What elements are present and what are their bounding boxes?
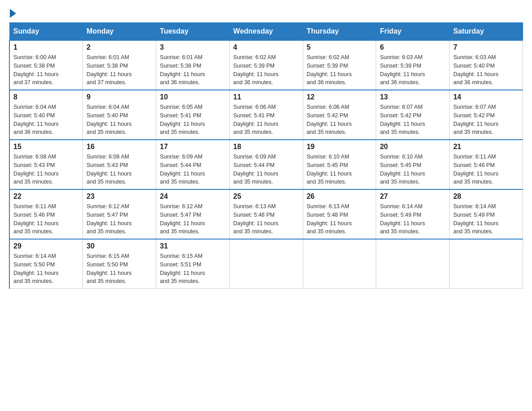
day-number: 29: [13, 242, 79, 250]
day-info: Sunrise: 6:05 AMSunset: 5:41 PMDaylight:…: [160, 104, 205, 135]
day-info: Sunrise: 6:15 AMSunset: 5:51 PMDaylight:…: [160, 253, 205, 284]
day-info: Sunrise: 6:11 AMSunset: 5:46 PMDaylight:…: [453, 154, 498, 185]
calendar-cell: 27 Sunrise: 6:14 AMSunset: 5:49 PMDaylig…: [376, 189, 450, 239]
day-info: Sunrise: 6:10 AMSunset: 5:45 PMDaylight:…: [307, 154, 352, 185]
day-header-saturday: Saturday: [450, 23, 523, 41]
day-info: Sunrise: 6:02 AMSunset: 5:39 PMDaylight:…: [233, 54, 279, 86]
day-info: Sunrise: 6:04 AMSunset: 5:40 PMDaylight:…: [13, 104, 59, 135]
day-number: 18: [233, 143, 299, 151]
calendar-cell: 14 Sunrise: 6:07 AMSunset: 5:42 PMDaylig…: [450, 90, 523, 140]
day-header-thursday: Thursday: [303, 23, 376, 41]
day-number: 17: [160, 143, 226, 151]
calendar-cell: 19 Sunrise: 6:10 AMSunset: 5:45 PMDaylig…: [303, 140, 376, 189]
day-number: 2: [86, 43, 152, 51]
day-info: Sunrise: 6:03 AMSunset: 5:40 PMDaylight:…: [453, 54, 498, 86]
day-number: 21: [453, 143, 519, 151]
day-info: Sunrise: 6:13 AMSunset: 5:48 PMDaylight:…: [233, 203, 279, 235]
day-info: Sunrise: 6:01 AMSunset: 5:38 PMDaylight:…: [160, 54, 205, 86]
day-number: 12: [307, 93, 373, 101]
calendar-cell: 29 Sunrise: 6:14 AMSunset: 5:50 PMDaylig…: [9, 239, 83, 289]
logo-triangle-icon: [10, 9, 16, 18]
calendar-cell: 9 Sunrise: 6:04 AMSunset: 5:40 PMDayligh…: [83, 90, 156, 140]
day-header-monday: Monday: [83, 23, 156, 41]
calendar-cell: 25 Sunrise: 6:13 AMSunset: 5:48 PMDaylig…: [229, 189, 303, 239]
calendar-cell: 18 Sunrise: 6:09 AMSunset: 5:44 PMDaylig…: [229, 140, 303, 189]
day-info: Sunrise: 6:02 AMSunset: 5:39 PMDaylight:…: [307, 54, 352, 86]
day-number: 1: [13, 43, 79, 51]
day-info: Sunrise: 6:15 AMSunset: 5:50 PMDaylight:…: [86, 253, 132, 284]
calendar-cell: 11 Sunrise: 6:06 AMSunset: 5:41 PMDaylig…: [229, 90, 303, 140]
calendar-cell: 7 Sunrise: 6:03 AMSunset: 5:40 PMDayligh…: [450, 40, 523, 90]
day-number: 11: [233, 93, 299, 101]
day-info: Sunrise: 6:06 AMSunset: 5:42 PMDaylight:…: [307, 104, 352, 135]
day-number: 22: [13, 193, 79, 201]
day-info: Sunrise: 6:14 AMSunset: 5:49 PMDaylight:…: [453, 203, 498, 235]
calendar-cell: 2 Sunrise: 6:01 AMSunset: 5:38 PMDayligh…: [83, 40, 156, 90]
day-number: 5: [307, 43, 373, 51]
day-info: Sunrise: 6:11 AMSunset: 5:46 PMDaylight:…: [13, 203, 59, 235]
day-number: 9: [86, 93, 152, 101]
day-info: Sunrise: 6:07 AMSunset: 5:42 PMDaylight:…: [380, 104, 425, 135]
week-row-3: 15 Sunrise: 6:08 AMSunset: 5:43 PMDaylig…: [9, 140, 523, 189]
day-number: 19: [307, 143, 373, 151]
calendar-cell: 17 Sunrise: 6:09 AMSunset: 5:44 PMDaylig…: [156, 140, 230, 189]
logo: [9, 9, 17, 18]
page-header: [9, 9, 523, 18]
week-row-1: 1 Sunrise: 6:00 AMSunset: 5:38 PMDayligh…: [9, 40, 523, 90]
day-number: 30: [86, 242, 152, 250]
day-info: Sunrise: 6:01 AMSunset: 5:38 PMDaylight:…: [86, 54, 132, 86]
day-number: 23: [86, 193, 152, 201]
day-number: 28: [453, 193, 519, 201]
day-header-friday: Friday: [376, 23, 450, 41]
calendar-cell: 28 Sunrise: 6:14 AMSunset: 5:49 PMDaylig…: [450, 189, 523, 239]
day-info: Sunrise: 6:08 AMSunset: 5:43 PMDaylight:…: [13, 154, 59, 185]
calendar-cell: 15 Sunrise: 6:08 AMSunset: 5:43 PMDaylig…: [9, 140, 83, 189]
calendar-cell: 13 Sunrise: 6:07 AMSunset: 5:42 PMDaylig…: [376, 90, 450, 140]
calendar-cell: 4 Sunrise: 6:02 AMSunset: 5:39 PMDayligh…: [229, 40, 303, 90]
day-info: Sunrise: 6:12 AMSunset: 5:47 PMDaylight:…: [160, 203, 205, 235]
calendar-cell: [303, 239, 376, 289]
day-info: Sunrise: 6:09 AMSunset: 5:44 PMDaylight:…: [233, 154, 279, 185]
day-number: 15: [13, 143, 79, 151]
day-number: 4: [233, 43, 299, 51]
day-info: Sunrise: 6:12 AMSunset: 5:47 PMDaylight:…: [86, 203, 132, 235]
calendar-cell: 3 Sunrise: 6:01 AMSunset: 5:38 PMDayligh…: [156, 40, 230, 90]
day-info: Sunrise: 6:07 AMSunset: 5:42 PMDaylight:…: [453, 104, 498, 135]
calendar-cell: 22 Sunrise: 6:11 AMSunset: 5:46 PMDaylig…: [9, 189, 83, 239]
calendar-cell: 8 Sunrise: 6:04 AMSunset: 5:40 PMDayligh…: [9, 90, 83, 140]
day-number: 24: [160, 193, 226, 201]
day-number: 20: [380, 143, 446, 151]
calendar-cell: 12 Sunrise: 6:06 AMSunset: 5:42 PMDaylig…: [303, 90, 376, 140]
day-header-tuesday: Tuesday: [156, 23, 230, 41]
calendar-cell: 23 Sunrise: 6:12 AMSunset: 5:47 PMDaylig…: [83, 189, 156, 239]
day-info: Sunrise: 6:03 AMSunset: 5:39 PMDaylight:…: [380, 54, 425, 86]
day-number: 13: [380, 93, 446, 101]
week-row-2: 8 Sunrise: 6:04 AMSunset: 5:40 PMDayligh…: [9, 90, 523, 140]
day-info: Sunrise: 6:06 AMSunset: 5:41 PMDaylight:…: [233, 104, 279, 135]
day-number: 16: [86, 143, 152, 151]
day-number: 14: [453, 93, 519, 101]
day-number: 3: [160, 43, 226, 51]
calendar-cell: 24 Sunrise: 6:12 AMSunset: 5:47 PMDaylig…: [156, 189, 230, 239]
calendar-header-row: SundayMondayTuesdayWednesdayThursdayFrid…: [9, 23, 523, 41]
day-info: Sunrise: 6:08 AMSunset: 5:43 PMDaylight:…: [86, 154, 132, 185]
calendar-cell: 10 Sunrise: 6:05 AMSunset: 5:41 PMDaylig…: [156, 90, 230, 140]
day-info: Sunrise: 6:10 AMSunset: 5:45 PMDaylight:…: [380, 154, 425, 185]
day-number: 26: [307, 193, 373, 201]
day-number: 31: [160, 242, 226, 250]
calendar-table: SundayMondayTuesdayWednesdayThursdayFrid…: [9, 22, 523, 289]
day-info: Sunrise: 6:09 AMSunset: 5:44 PMDaylight:…: [160, 154, 205, 185]
calendar-cell: [450, 239, 523, 289]
week-row-4: 22 Sunrise: 6:11 AMSunset: 5:46 PMDaylig…: [9, 189, 523, 239]
calendar-cell: 6 Sunrise: 6:03 AMSunset: 5:39 PMDayligh…: [376, 40, 450, 90]
calendar-cell: 21 Sunrise: 6:11 AMSunset: 5:46 PMDaylig…: [450, 140, 523, 189]
day-number: 8: [13, 93, 79, 101]
calendar-cell: 20 Sunrise: 6:10 AMSunset: 5:45 PMDaylig…: [376, 140, 450, 189]
day-header-wednesday: Wednesday: [229, 23, 303, 41]
calendar-cell: [229, 239, 303, 289]
day-number: 10: [160, 93, 226, 101]
calendar-cell: 31 Sunrise: 6:15 AMSunset: 5:51 PMDaylig…: [156, 239, 230, 289]
calendar-cell: 26 Sunrise: 6:13 AMSunset: 5:48 PMDaylig…: [303, 189, 376, 239]
day-number: 25: [233, 193, 299, 201]
day-info: Sunrise: 6:14 AMSunset: 5:50 PMDaylight:…: [13, 253, 59, 284]
